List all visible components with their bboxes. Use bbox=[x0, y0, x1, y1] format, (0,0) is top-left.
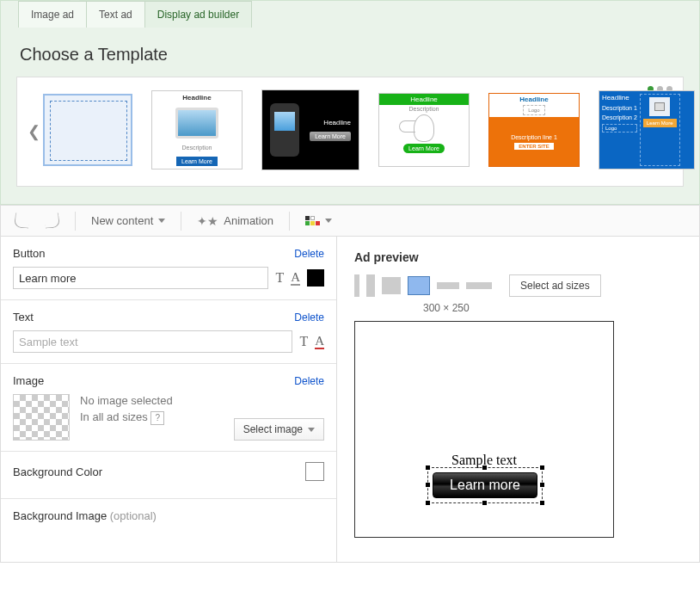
current-size-label: 300 × 250 bbox=[423, 302, 682, 314]
text-input[interactable] bbox=[13, 330, 292, 353]
size-option-wide-skyscraper[interactable] bbox=[366, 274, 375, 297]
section-text: Text Delete T A bbox=[1, 300, 336, 364]
undo-button[interactable] bbox=[9, 211, 34, 231]
resize-handle[interactable] bbox=[540, 501, 544, 505]
preview-pane: Ad preview Select ad sizes 300 × 250 Sam… bbox=[337, 237, 699, 562]
size-option-skyscraper[interactable] bbox=[354, 274, 359, 297]
font-style-button[interactable]: T bbox=[275, 270, 284, 286]
template-headline: Headline bbox=[519, 96, 548, 103]
optional-label: (optional) bbox=[110, 509, 157, 522]
section-title: Background Image (optional) bbox=[13, 509, 157, 522]
new-content-dropdown[interactable]: New content bbox=[86, 212, 170, 230]
template-panel: Image ad Text ad Display ad builder Choo… bbox=[0, 0, 700, 205]
bg-color-swatch[interactable] bbox=[305, 462, 324, 481]
tab-text-ad[interactable]: Text ad bbox=[86, 1, 145, 28]
size-option-square[interactable] bbox=[382, 277, 401, 294]
properties-pane: Button Delete T A Text Delete T bbox=[1, 237, 337, 562]
resize-handle[interactable] bbox=[482, 501, 487, 505]
template-desc2: Description 2 bbox=[602, 114, 637, 120]
font-style-button[interactable]: T bbox=[299, 334, 308, 349]
preview-learn-more-button[interactable]: Learn more bbox=[433, 472, 537, 498]
delete-image-link[interactable]: Delete bbox=[294, 375, 324, 387]
tab-bar: Image ad Text ad Display ad builder bbox=[1, 1, 699, 28]
in-all-sizes-label: In all ad sizes bbox=[80, 410, 148, 423]
resize-handle[interactable] bbox=[540, 483, 544, 487]
font-color-button[interactable]: A bbox=[315, 335, 324, 349]
template-card-mouse[interactable]: Headline Description Learn More bbox=[378, 93, 470, 167]
resize-handle[interactable] bbox=[540, 465, 544, 470]
animation-icon: ✦★ bbox=[197, 214, 218, 228]
template-headline: Headline bbox=[379, 94, 469, 105]
choose-template-heading: Choose a Template bbox=[1, 28, 699, 77]
template-cta: Learn More bbox=[403, 144, 445, 153]
button-text-input[interactable] bbox=[13, 267, 268, 289]
size-option-leaderboard[interactable] bbox=[466, 282, 492, 289]
help-icon[interactable]: ? bbox=[150, 411, 164, 425]
tab-image-ad[interactable]: Image ad bbox=[18, 1, 87, 28]
section-bg-color: Background Color bbox=[1, 452, 336, 499]
size-option-medium-rect-selected[interactable] bbox=[408, 276, 430, 295]
delete-button-link[interactable]: Delete bbox=[294, 248, 324, 260]
caret-down-icon bbox=[158, 219, 165, 223]
ad-size-selector: Select ad sizes bbox=[354, 274, 682, 297]
template-description: Description bbox=[181, 145, 212, 151]
editor-area: Button Delete T A Text Delete T bbox=[0, 236, 700, 563]
delete-text-link[interactable]: Delete bbox=[294, 311, 324, 324]
template-cta: Learn More bbox=[310, 132, 351, 141]
template-description: Description bbox=[408, 106, 439, 112]
laptop-icon bbox=[175, 108, 218, 139]
image-thumbnail-placeholder bbox=[13, 394, 70, 441]
select-ad-sizes-button[interactable]: Select ad sizes bbox=[509, 274, 601, 297]
caret-down-icon bbox=[308, 428, 315, 432]
section-title: Text bbox=[13, 311, 34, 324]
section-title: Button bbox=[13, 247, 46, 260]
template-card-laptop[interactable]: Headline Description Learn More bbox=[151, 90, 243, 169]
preview-title: Ad preview bbox=[354, 250, 682, 264]
animation-button[interactable]: ✦★ Animation bbox=[192, 212, 279, 231]
tab-display-ad-builder[interactable]: Display ad builder bbox=[144, 1, 252, 28]
template-cta: Learn More bbox=[176, 157, 218, 166]
template-headline: Headline bbox=[182, 94, 211, 102]
color-theme-icon bbox=[305, 216, 320, 225]
section-title: Image bbox=[13, 374, 44, 387]
template-carousel: ❮ ❯ Headline Description Learn More Head… bbox=[16, 77, 684, 187]
template-logo: Logo bbox=[523, 105, 544, 115]
template-headline: Headline bbox=[602, 94, 637, 102]
template-headline: Headline bbox=[323, 119, 351, 126]
template-card-orange[interactable]: Headline Logo Description line 1 ENTER S… bbox=[488, 93, 580, 167]
resize-handle[interactable] bbox=[426, 501, 430, 505]
template-description: Description line 1 bbox=[511, 134, 557, 140]
section-title: Background Color bbox=[13, 465, 102, 478]
section-bg-image: Background Image (optional) bbox=[1, 499, 336, 533]
template-logo: Logo bbox=[602, 124, 637, 133]
button-color-swatch[interactable] bbox=[307, 269, 324, 287]
template-card-blank[interactable] bbox=[43, 94, 132, 166]
resize-handle[interactable] bbox=[426, 483, 430, 487]
editor-toolbar: New content ✦★ Animation bbox=[0, 205, 700, 236]
color-theme-dropdown[interactable] bbox=[300, 213, 337, 228]
redo-button[interactable] bbox=[40, 211, 64, 231]
template-card-phone[interactable]: Headline Learn More bbox=[261, 89, 359, 170]
mouse-icon bbox=[414, 114, 434, 142]
template-desc1: Description 1 bbox=[602, 105, 637, 111]
ad-preview-canvas[interactable]: Sample text Learn more bbox=[354, 321, 614, 538]
template-card-blue[interactable]: Headline Description 1 Description 2 Log… bbox=[599, 90, 695, 169]
animation-label: Animation bbox=[224, 214, 273, 227]
no-image-label: No image selected bbox=[80, 394, 173, 407]
resize-handle[interactable] bbox=[426, 465, 430, 470]
phone-icon bbox=[270, 103, 299, 157]
section-button: Button Delete T A bbox=[1, 237, 336, 300]
select-image-label: Select image bbox=[243, 423, 303, 435]
font-color-button[interactable]: A bbox=[291, 271, 300, 286]
caret-down-icon bbox=[325, 219, 332, 223]
carousel-prev-button[interactable]: ❮ bbox=[22, 121, 46, 142]
template-cta: Learn More bbox=[643, 119, 677, 127]
size-option-banner[interactable] bbox=[437, 282, 459, 289]
select-image-button[interactable]: Select image bbox=[234, 418, 324, 441]
resize-handle[interactable] bbox=[482, 465, 487, 470]
image-placeholder-icon bbox=[649, 97, 670, 116]
new-content-label: New content bbox=[91, 214, 153, 227]
template-cta: ENTER SITE bbox=[514, 143, 553, 150]
section-image: Image Delete No image selected In all ad… bbox=[1, 364, 336, 452]
